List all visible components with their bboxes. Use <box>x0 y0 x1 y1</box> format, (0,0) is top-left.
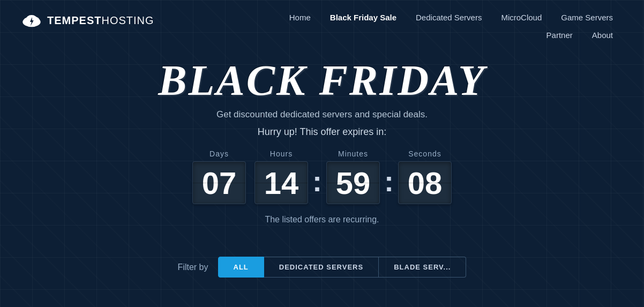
filter-btn-blade[interactable]: BLADE SERV... <box>379 257 466 278</box>
minutes-value: 59 <box>326 161 380 204</box>
nav-item-dedicated-servers[interactable]: Dedicated Servers <box>406 10 491 25</box>
logo-text: TEMPESTHOSTING <box>47 14 154 27</box>
filter-label: Filter by <box>178 263 208 272</box>
countdown-minutes: Minutes 59 <box>326 149 380 204</box>
nav-row-2: Partner About <box>537 27 623 43</box>
cloud-icon <box>21 13 42 28</box>
nav-item-partner[interactable]: Partner <box>537 27 582 43</box>
nav-item-home[interactable]: Home <box>280 10 320 25</box>
nav-item-game-servers[interactable]: Game Servers <box>551 10 623 25</box>
logo[interactable]: TEMPESTHOSTING <box>21 10 154 28</box>
nav-item-about[interactable]: About <box>582 27 623 43</box>
nav-item-microcloud[interactable]: MicroCloud <box>491 10 551 25</box>
seconds-label: Seconds <box>408 149 441 158</box>
minutes-label: Minutes <box>338 149 368 158</box>
separator-3: : <box>382 149 396 196</box>
filter-bar: Filter by ALL DEDICATED SERVERS BLADE SE… <box>0 251 644 288</box>
hero-title: Black Friday <box>11 59 633 102</box>
separator-1 <box>248 149 252 167</box>
countdown-hours: Hours 14 <box>254 149 308 204</box>
page-wrapper: TEMPESTHOSTING Home Black Friday Sale De… <box>0 0 644 307</box>
nav-row-1: Home Black Friday Sale Dedicated Servers… <box>280 10 623 25</box>
hero-urgency: Hurry up! This offer expires in: <box>11 126 633 138</box>
navbar: TEMPESTHOSTING Home Black Friday Sale De… <box>0 0 644 43</box>
filter-btn-dedicated[interactable]: DEDICATED SERVERS <box>264 257 379 278</box>
seconds-value: 08 <box>398 161 452 204</box>
countdown: Days 07 Hours 14 : Minutes 59 : Seconds … <box>11 149 633 204</box>
countdown-seconds: Seconds 08 <box>398 149 452 204</box>
hero-subtitle: Get discounted dedicated servers and spe… <box>11 109 633 120</box>
hours-label: Hours <box>270 149 293 158</box>
nav-links: Home Black Friday Sale Dedicated Servers… <box>280 10 623 43</box>
hero-section: Black Friday Get discounted dedicated se… <box>0 43 644 251</box>
days-value: 07 <box>192 161 246 204</box>
hours-value: 14 <box>254 161 308 204</box>
nav-item-black-friday-sale[interactable]: Black Friday Sale <box>320 10 406 25</box>
separator-2: : <box>310 149 324 196</box>
countdown-days: Days 07 <box>192 149 246 204</box>
hero-note: The listed offers are recurring. <box>11 215 633 224</box>
filter-btn-all[interactable]: ALL <box>218 257 264 278</box>
days-label: Days <box>209 149 229 158</box>
